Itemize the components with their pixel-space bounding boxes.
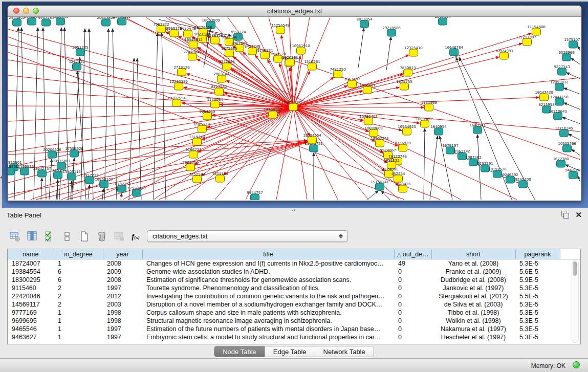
graph-node-yellow[interactable] <box>211 37 220 44</box>
citation-edge-black[interactable] <box>386 37 391 70</box>
graph-node-yellow[interactable] <box>369 129 378 137</box>
graph-node-yellow[interactable] <box>193 176 202 183</box>
cell-title[interactable]: Genome-wide association studies in ADHD. <box>142 268 394 276</box>
table-settings-icon[interactable] <box>8 230 21 243</box>
graph-node-yellow[interactable] <box>216 175 225 182</box>
citation-edge-black[interactable] <box>34 28 38 200</box>
cell-short[interactable]: Franke et al. (2009) <box>431 268 515 276</box>
cell-year[interactable]: 2003 <box>103 300 142 309</box>
citation-edge-black[interactable] <box>77 71 86 200</box>
graph-node-yellow[interactable] <box>215 88 224 95</box>
table-row[interactable]: 2242004622012Investigating the contribut… <box>8 292 580 300</box>
table-row[interactable]: 969969511998Structural magnetic resonanc… <box>8 317 580 325</box>
cell-year[interactable]: 1998 <box>103 309 142 317</box>
graph-node-teal[interactable] <box>555 98 564 105</box>
citation-edge-red[interactable] <box>8 107 293 152</box>
graph-node-yellow[interactable] <box>404 69 412 76</box>
cell-title[interactable]: Structural magnetic resonance image aver… <box>142 317 394 325</box>
graph-node-teal[interactable] <box>73 63 81 70</box>
graph-node-yellow[interactable] <box>532 28 541 35</box>
cell-pagerank[interactable]: 5.3E-5 <box>515 317 560 325</box>
graph-node-teal[interactable] <box>38 170 47 177</box>
graph-node-yellow[interactable] <box>261 52 270 59</box>
graph-node-yellow[interactable] <box>211 101 220 108</box>
graph-node-yellow[interactable] <box>189 151 198 158</box>
cell-name[interactable]: 18724007 <box>8 259 54 268</box>
graph-node-yellow[interactable] <box>364 118 373 125</box>
graph-node-teal[interactable] <box>555 83 564 91</box>
cell-short[interactable]: Hescheler et al. (1997) <box>431 333 515 341</box>
cell-name[interactable]: 9115460 <box>8 284 54 292</box>
graph-node-yellow[interactable] <box>248 48 257 55</box>
cell-short[interactable]: de Silva et al. (2003) <box>431 300 515 309</box>
cell-short[interactable]: Yano et al. (2008) <box>431 259 515 268</box>
citation-edge-black[interactable] <box>564 103 580 110</box>
cell-in_degree[interactable]: 1 <box>54 317 103 325</box>
cell-out_de[interactable]: 0 <box>394 292 431 300</box>
citation-edge-black[interactable] <box>564 88 580 94</box>
graph-node-yellow[interactable] <box>399 185 407 192</box>
citation-edge-red[interactable] <box>8 106 293 107</box>
graph-node-teal[interactable] <box>554 113 562 120</box>
citation-edge-black[interactable] <box>456 57 512 200</box>
graph-node-yellow[interactable] <box>269 111 277 118</box>
graph-node-teal[interactable] <box>569 171 578 179</box>
cell-out_de[interactable]: 0 <box>394 325 431 333</box>
graph-node-teal[interactable] <box>493 170 502 178</box>
citation-edge-black[interactable] <box>162 33 166 200</box>
splitter-grip[interactable]: ▴▾ <box>292 209 296 211</box>
cell-title[interactable]: Changes of HCN gene expression and I(f) … <box>142 259 394 268</box>
graph-node-yellow[interactable] <box>400 83 409 90</box>
cell-pagerank[interactable]: 5.3E-5 <box>515 325 560 333</box>
panel-collapse-arrow-icon[interactable] <box>0 176 3 180</box>
graph-node-teal[interactable] <box>85 177 94 184</box>
graph-node-teal[interactable] <box>76 49 85 56</box>
graph-node-yellow[interactable] <box>172 99 181 106</box>
cell-in_degree[interactable]: 2 <box>54 300 103 309</box>
network-canvas[interactable]: 2443802946665819575818824430206338091605… <box>8 17 580 200</box>
graph-node-yellow[interactable] <box>308 63 317 70</box>
graph-node-yellow[interactable] <box>217 75 226 82</box>
graph-node-teal[interactable] <box>100 181 108 188</box>
citation-edge-black[interactable] <box>381 191 390 200</box>
graph-node-teal[interactable] <box>310 145 318 152</box>
cell-out_de[interactable]: 0 <box>394 284 431 292</box>
graph-node-yellow[interactable] <box>403 128 411 135</box>
citation-edge-red[interactable] <box>293 107 424 107</box>
cell-out_de[interactable]: 0 <box>394 317 431 325</box>
graph-node-teal[interactable] <box>20 168 29 175</box>
cell-pagerank[interactable]: 5.3E-5 <box>515 284 560 292</box>
cell-short[interactable]: Wolkin et al. (1998) <box>431 317 515 325</box>
graph-node-teal[interactable] <box>569 41 578 48</box>
table-row[interactable]: 1830029562008Estimation of significance … <box>8 276 580 284</box>
graph-node-teal[interactable] <box>450 49 459 56</box>
citation-edge-black[interactable] <box>430 136 438 200</box>
citation-edge-black[interactable] <box>569 134 580 140</box>
graph-node-yellow[interactable] <box>170 30 179 37</box>
table-row[interactable]: 1938455462009Genome-wide association stu… <box>8 268 580 276</box>
column-header-short[interactable]: short <box>431 249 515 259</box>
citation-edge-red[interactable] <box>8 91 293 107</box>
citation-edge-red[interactable] <box>201 107 293 176</box>
new-table-icon[interactable] <box>78 230 91 243</box>
graph-node-teal[interactable] <box>118 185 126 192</box>
graph-node-teal[interactable] <box>70 150 79 157</box>
graph-node-yellow[interactable] <box>203 113 212 120</box>
graph-node-yellow[interactable] <box>363 86 372 94</box>
graph-node-yellow[interactable] <box>186 164 195 171</box>
network-view-window[interactable]: citations_edges.txt 24438029466658195758… <box>7 5 582 201</box>
function-builder-icon[interactable]: f(x) <box>130 230 143 243</box>
cell-out_de[interactable]: 0 <box>394 276 431 284</box>
graph-node-yellow[interactable] <box>193 138 202 145</box>
graph-node-yellow[interactable] <box>276 27 285 34</box>
graph-node-yellow[interactable] <box>394 175 403 182</box>
citation-edge-black[interactable] <box>578 176 580 182</box>
split-view-icon[interactable] <box>60 230 74 243</box>
citation-edge-red[interactable] <box>293 97 539 107</box>
citation-edge-red[interactable] <box>8 60 293 107</box>
graph-node-teal[interactable] <box>8 168 15 175</box>
graph-node-teal[interactable] <box>56 18 65 25</box>
cell-title[interactable]: Estimation of significance thresholds fo… <box>142 276 394 284</box>
graph-node-yellow[interactable] <box>523 38 532 46</box>
citation-edge-black[interactable] <box>572 149 580 156</box>
